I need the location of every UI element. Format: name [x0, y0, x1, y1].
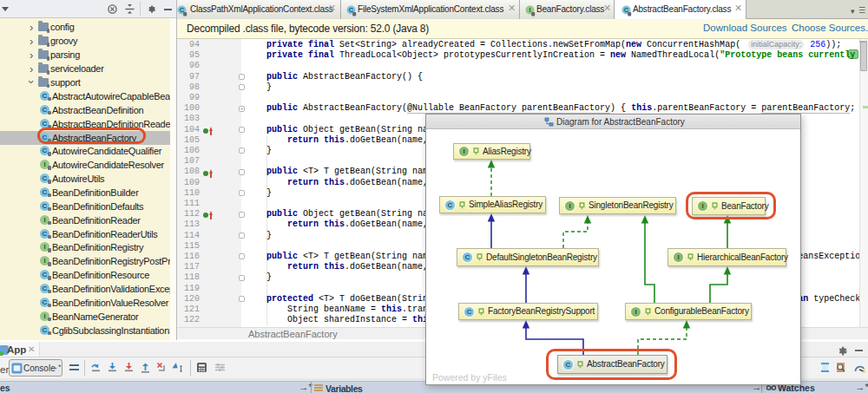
svg-text:I: I [529, 6, 530, 14]
